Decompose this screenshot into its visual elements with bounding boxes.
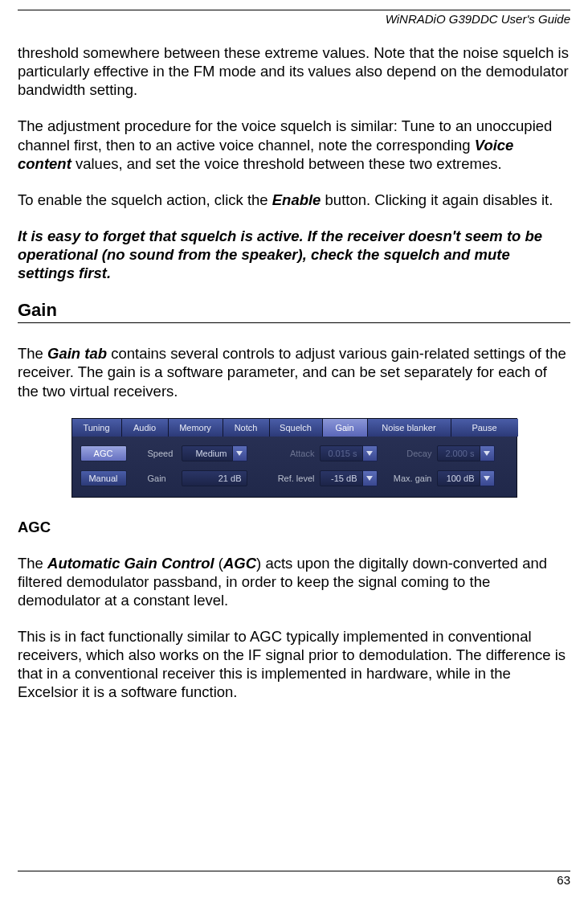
tab-gain[interactable]: Gain xyxy=(323,419,368,437)
header-rule xyxy=(18,10,570,10)
label-attack: Attack xyxy=(281,449,315,458)
chevron-down-icon xyxy=(484,451,490,456)
speed-dropdown[interactable] xyxy=(233,445,247,461)
para-agc-compare: This is in fact functionally similar to … xyxy=(18,627,570,702)
chevron-down-icon xyxy=(236,451,243,456)
tab-notch[interactable]: Notch xyxy=(223,419,270,437)
chevron-down-icon xyxy=(366,476,373,481)
em-enable: Enable xyxy=(272,191,321,208)
value-attack[interactable]: 0.015 s xyxy=(320,445,363,461)
tab-squelch[interactable]: Squelch xyxy=(270,419,323,437)
value-gain[interactable]: 21 dB xyxy=(182,470,247,486)
gain-panel: Tuning Audio Memory Notch Squelch Gain N… xyxy=(71,418,517,498)
footer: 63 xyxy=(18,871,570,887)
tab-noise-blanker[interactable]: Noise blanker xyxy=(368,419,451,437)
para-gain-intro: The Gain tab contains several controls t… xyxy=(18,344,570,400)
em-automatic-gain-control: Automatic Gain Control xyxy=(47,555,214,572)
para-warning: It is easy to forget that squelch is act… xyxy=(18,227,570,282)
manual-button[interactable]: Manual xyxy=(80,470,127,486)
value-maxgain[interactable]: 100 dB xyxy=(437,470,480,486)
label-decay: Decay xyxy=(400,449,432,458)
tab-row: Tuning Audio Memory Notch Squelch Gain N… xyxy=(72,419,517,437)
label-reflevel: Ref. level xyxy=(270,474,315,483)
heading-agc: AGC xyxy=(18,519,570,536)
para-agc-desc: The Automatic Gain Control (AGC) acts up… xyxy=(18,554,570,609)
label-maxgain: Max. gain xyxy=(387,474,432,483)
text: ( xyxy=(214,555,223,572)
text: values, and set the voice threshold betw… xyxy=(71,155,502,172)
text: The xyxy=(18,555,47,572)
decay-dropdown[interactable] xyxy=(480,445,495,461)
em-gain-tab: Gain tab xyxy=(47,345,107,362)
value-decay[interactable]: 2.000 s xyxy=(437,445,480,461)
value-reflevel[interactable]: -15 dB xyxy=(320,470,363,486)
gain-panel-screenshot: Tuning Audio Memory Notch Squelch Gain N… xyxy=(18,418,570,498)
page-number: 63 xyxy=(18,873,570,887)
panel-body: AGC Speed Medium Attack 0.015 s Decay 2.… xyxy=(72,437,517,497)
value-speed[interactable]: Medium xyxy=(182,445,233,461)
header-title: WiNRADiO G39DDC User's Guide xyxy=(18,12,570,26)
row-1: AGC Speed Medium Attack 0.015 s Decay 2.… xyxy=(80,444,508,463)
para-threshold: threshold somewhere between these extrem… xyxy=(18,43,570,99)
chevron-down-icon xyxy=(366,451,373,456)
label-speed: Speed xyxy=(148,449,182,458)
para-enable: To enable the squelch action, click the … xyxy=(18,191,570,209)
text: To enable the squelch action, click the xyxy=(18,191,272,208)
label-gain: Gain xyxy=(148,474,182,483)
heading-gain: Gain xyxy=(18,300,570,323)
text: The xyxy=(18,345,47,362)
tab-memory[interactable]: Memory xyxy=(169,419,223,437)
maxgain-dropdown[interactable] xyxy=(480,470,495,486)
row-2: Manual Gain 21 dB Ref. level -15 dB Max.… xyxy=(80,469,508,488)
em-agc: AGC xyxy=(223,555,256,572)
footer-rule xyxy=(18,871,570,871)
text: The adjustment procedure for the voice s… xyxy=(18,117,552,153)
chevron-down-icon xyxy=(484,476,490,481)
text: button. Clicking it again disables it. xyxy=(321,191,553,208)
tab-tuning[interactable]: Tuning xyxy=(72,419,122,437)
tab-audio[interactable]: Audio xyxy=(122,419,169,437)
tab-pause[interactable]: Pause xyxy=(451,419,518,437)
attack-dropdown[interactable] xyxy=(363,445,378,461)
reflevel-dropdown[interactable] xyxy=(363,470,378,486)
para-voice-squelch: The adjustment procedure for the voice s… xyxy=(18,117,570,172)
agc-button[interactable]: AGC xyxy=(80,445,127,461)
